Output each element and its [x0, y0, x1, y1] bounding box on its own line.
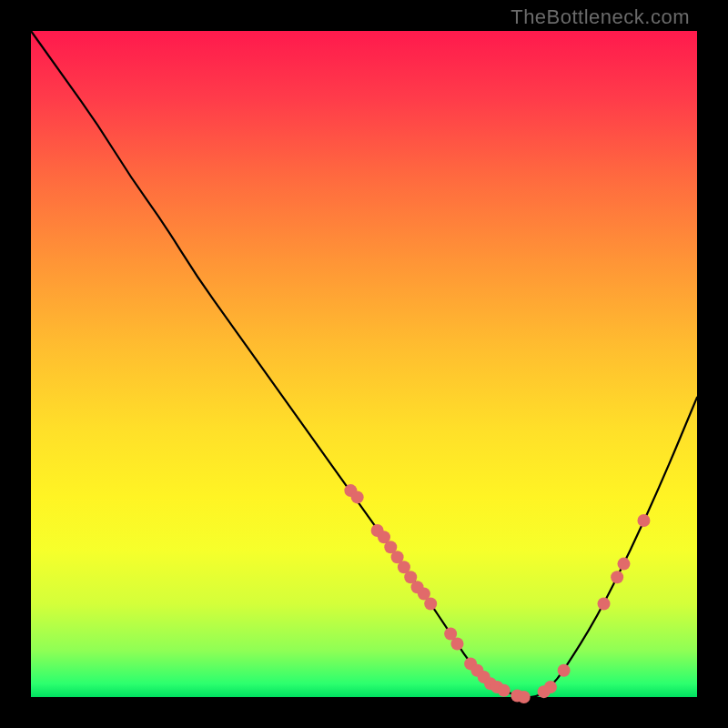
data-dot: [498, 684, 511, 697]
data-dot: [611, 571, 623, 583]
data-dots: [344, 484, 650, 703]
data-dot: [544, 681, 557, 693]
chart-frame: [31, 31, 697, 697]
data-dot: [637, 514, 650, 527]
data-dot: [598, 598, 611, 611]
bottleneck-curve: [31, 31, 697, 697]
data-dot: [450, 637, 463, 650]
chart-svg: [31, 31, 697, 697]
watermark-text: TheBottleneck.com: [511, 5, 690, 29]
data-dot: [351, 490, 364, 503]
data-dot: [558, 664, 571, 677]
data-dot: [518, 691, 531, 703]
data-dot: [617, 558, 630, 571]
plot-area: [31, 31, 697, 697]
data-dot: [424, 598, 437, 611]
